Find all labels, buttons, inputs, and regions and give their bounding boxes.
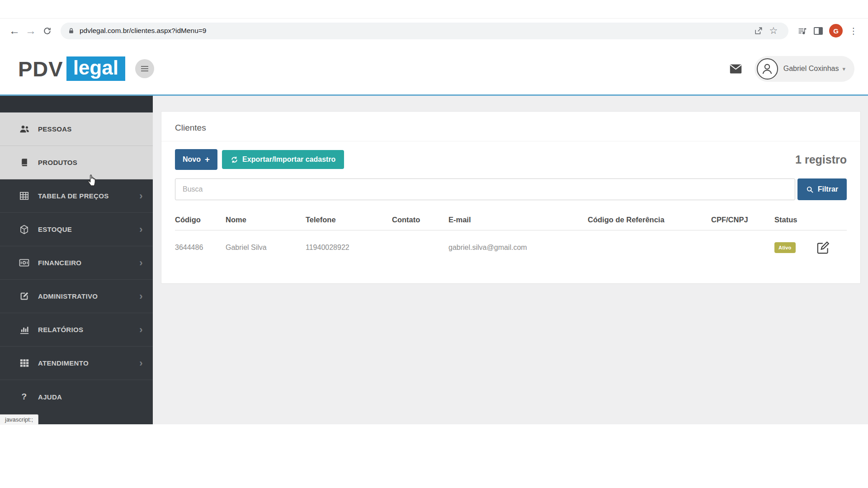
cell-email: gabriel.silva@gmail.com (448, 230, 588, 264)
page-title: Clientes (161, 112, 860, 141)
sidebar-item-label: TABELA DE PREÇOS (38, 192, 108, 200)
media-controls-icon[interactable] (794, 23, 810, 39)
search-input[interactable] (175, 178, 795, 200)
column-header-codigo-referencia: Código de Referência (588, 209, 711, 230)
sidebar-item-label: ESTOQUE (38, 225, 72, 233)
bookmark-star-icon[interactable]: ☆ (766, 23, 781, 38)
sidebar-item-ajuda[interactable]: ? AJUDA (0, 380, 153, 413)
side-panel-icon[interactable] (810, 23, 826, 39)
column-header-cpf-cnpj: CPF/CNPJ (711, 209, 774, 230)
column-header-telefone: Telefone (306, 209, 392, 230)
browser-status-tooltip: javascript:; (0, 414, 38, 425)
browser-window: ← → pdvlegal.com.br/clientes.aspx?idMenu… (0, 0, 868, 425)
reload-icon[interactable] (39, 23, 55, 39)
filter-button[interactable]: Filtrar (797, 178, 847, 200)
sidebar-item-label: PESSOAS (38, 125, 72, 133)
browser-menu-icon[interactable]: ⋮ (845, 23, 862, 39)
sidebar-item-produtos[interactable]: PRODUTOS (0, 146, 153, 179)
chevron-right-icon: › (139, 358, 143, 368)
clientes-card: Clientes Novo + Exportar/Importar cadast… (161, 111, 861, 284)
sidebar-item-pessoas[interactable]: PESSOAS (0, 113, 153, 146)
sidebar-toggle-button[interactable] (135, 59, 154, 78)
address-bar[interactable]: pdvlegal.com.br/clientes.aspx?idMenu=9 ☆ (61, 23, 788, 39)
table-icon (18, 192, 30, 200)
sidebar-item-label: FINANCEIRO (38, 259, 81, 267)
column-header-nome: Nome (226, 209, 306, 230)
status-badge: Ativo (774, 242, 796, 253)
chevron-right-icon: › (139, 291, 143, 301)
browser-tab-strip (0, 0, 868, 19)
lock-icon (68, 28, 75, 34)
mouse-cursor (86, 172, 99, 189)
book-icon (18, 158, 30, 167)
clients-table: Código Nome Telefone Contato E-mail Códi… (161, 200, 860, 282)
edit-pencil-icon (816, 240, 830, 254)
sidebar-item-financeiro[interactable]: FINANCEIRO › (0, 246, 153, 280)
chevron-right-icon: › (139, 225, 143, 235)
sidebar-item-partial (0, 96, 153, 113)
new-client-button[interactable]: Novo + (175, 149, 217, 170)
filter-button-label: Filtrar (818, 185, 838, 193)
url-text: pdvlegal.com.br/clientes.aspx?idMenu=9 (80, 27, 206, 35)
column-header-email: E-mail (448, 209, 588, 230)
records-count: 1 registro (795, 153, 847, 166)
chevron-right-icon: › (139, 258, 143, 268)
column-header-actions (816, 209, 847, 230)
chevron-down-icon: ▾ (842, 66, 845, 72)
sidebar-item-administrativo[interactable]: ADMINISTRATIVO › (0, 280, 153, 313)
cell-nome: Gabriel Silva (226, 230, 306, 264)
logo-text-legal: legal (66, 56, 125, 81)
column-header-status: Status (774, 209, 816, 230)
bar-chart-icon (18, 325, 30, 334)
grid-icon (18, 359, 30, 367)
cell-codigo: 3644486 (175, 230, 226, 264)
cell-telefone: 11940028922 (306, 230, 392, 264)
column-header-codigo: Código (175, 209, 226, 230)
user-name: Gabriel Coxinhas (783, 65, 839, 73)
user-avatar-icon (757, 58, 778, 80)
main-content: Clientes Novo + Exportar/Importar cadast… (153, 96, 868, 424)
plus-icon: + (205, 155, 210, 164)
export-import-button[interactable]: Exportar/Importar cadastro (222, 150, 344, 169)
forward-icon[interactable]: → (23, 23, 39, 39)
browser-profile-avatar[interactable]: G (829, 24, 843, 38)
pdvlegal-logo[interactable]: PDV legal (18, 56, 125, 81)
cell-status: Ativo (774, 230, 816, 264)
sidebar-item-label: PRODUTOS (38, 159, 77, 166)
edit-square-icon (18, 291, 30, 301)
back-icon[interactable]: ← (6, 23, 23, 39)
banknote-icon (18, 259, 30, 267)
search-row: Filtrar (161, 170, 860, 200)
cell-codigo-referencia (588, 230, 711, 264)
sidebar-item-label: ATENDIMENTO (38, 359, 89, 367)
user-menu[interactable]: Gabriel Coxinhas ▾ (755, 56, 854, 82)
new-button-label: Novo (183, 155, 201, 164)
logo-text-pdv: PDV (18, 56, 63, 81)
refresh-icon (231, 156, 238, 164)
sidebar-item-label: AJUDA (38, 393, 62, 401)
sidebar-item-tabela-de-precos[interactable]: TABELA DE PREÇOS › (0, 179, 153, 213)
sidebar-item-label: ADMINISTRATIVO (38, 292, 98, 300)
sidebar-item-atendimento[interactable]: ATENDIMENTO › (0, 347, 153, 380)
search-icon (806, 186, 814, 193)
cell-cpf-cnpj (711, 230, 774, 264)
column-header-contato: Contato (392, 209, 448, 230)
page-body: PESSOAS PRODUTOS TABELA DE PREÇOS › (0, 94, 868, 424)
chevron-right-icon: › (139, 325, 143, 335)
table-row: 3644486 Gabriel Silva 11940028922 gabrie… (175, 230, 847, 264)
sidebar-item-estoque[interactable]: ESTOQUE › (0, 213, 153, 246)
cell-actions (816, 230, 847, 264)
cube-icon (18, 225, 30, 235)
chevron-right-icon: › (139, 191, 143, 201)
actions-row: Novo + Exportar/Importar cadastro 1 regi… (161, 141, 860, 170)
question-icon: ? (18, 392, 30, 402)
browser-toolbar: ← → pdvlegal.com.br/clientes.aspx?idMenu… (0, 19, 868, 43)
share-icon[interactable] (750, 23, 766, 38)
table-header-row: Código Nome Telefone Contato E-mail Códi… (175, 209, 847, 230)
export-button-label: Exportar/Importar cadastro (242, 155, 335, 164)
sidebar: PESSOAS PRODUTOS TABELA DE PREÇOS › (0, 96, 153, 424)
sidebar-item-relatorios[interactable]: RELATÓRIOS › (0, 313, 153, 347)
messages-envelope-icon[interactable] (730, 64, 742, 74)
app-header: PDV legal Gabriel Coxinhas ▾ (0, 43, 868, 94)
edit-row-button[interactable] (816, 240, 830, 254)
